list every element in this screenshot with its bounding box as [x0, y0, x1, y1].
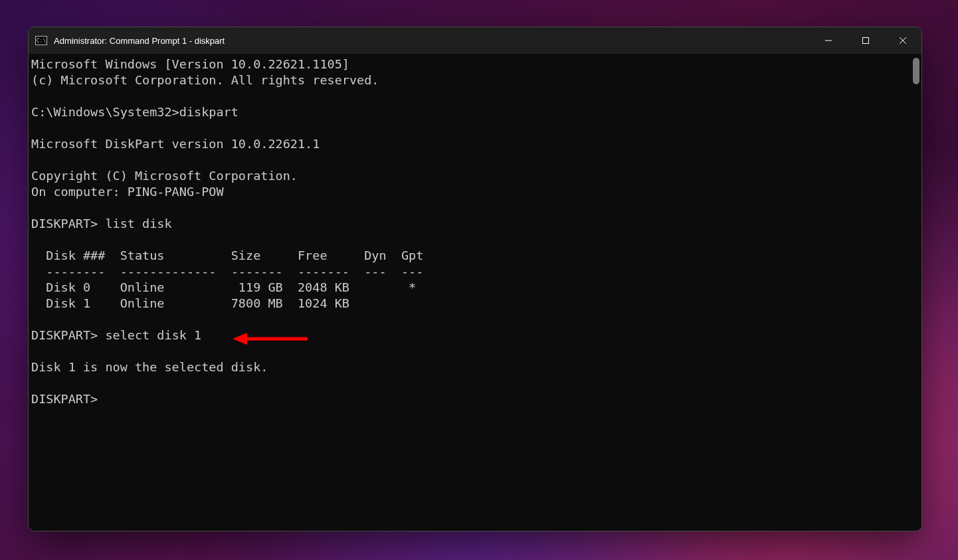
scrollbar-thumb[interactable]	[913, 58, 919, 84]
diskpart-version-line: Microsoft DiskPart version 10.0.22621.1	[31, 137, 320, 151]
disk-table-divider: -------- ------------- ------- ------- -…	[31, 264, 423, 278]
window-controls	[810, 27, 921, 54]
disk-table-row-1: Disk 1 Online 7800 MB 1024 KB	[31, 296, 349, 310]
window-title: Administrator: Command Prompt 1 - diskpa…	[54, 36, 810, 46]
cmd-icon: C:\	[35, 36, 47, 45]
command-list-disk: list disk	[105, 217, 171, 231]
maximize-button[interactable]	[847, 27, 884, 54]
titlebar[interactable]: C:\ Administrator: Command Prompt 1 - di…	[29, 27, 921, 54]
terminal-output[interactable]: Microsoft Windows [Version 10.0.22621.11…	[29, 54, 921, 531]
svg-rect-1	[863, 38, 869, 44]
svg-marker-5	[233, 333, 247, 345]
select-result-line: Disk 1 is now the selected disk.	[31, 360, 268, 374]
computer-name-line: On computer: PING-PANG-POW	[31, 185, 224, 199]
disk-table-row-0: Disk 0 Online 119 GB 2048 KB *	[31, 280, 416, 294]
command-diskpart: diskpart	[179, 105, 239, 119]
os-copyright-line: (c) Microsoft Corporation. All rights re…	[31, 73, 379, 87]
disk-table-header: Disk ### Status Size Free Dyn Gpt	[31, 248, 423, 262]
minimize-button[interactable]	[810, 27, 847, 54]
diskpart-prompt: DISKPART>	[31, 392, 98, 406]
annotation-arrow-icon	[231, 330, 311, 347]
shell-prompt: C:\Windows\System32>	[31, 105, 179, 119]
diskpart-prompt: DISKPART>	[31, 217, 98, 231]
command-prompt-window: C:\ Administrator: Command Prompt 1 - di…	[28, 27, 922, 531]
command-select-disk: select disk 1	[105, 328, 201, 342]
diskpart-copyright-line: Copyright (C) Microsoft Corporation.	[31, 169, 298, 183]
diskpart-prompt: DISKPART>	[31, 328, 98, 342]
os-version-line: Microsoft Windows [Version 10.0.22621.11…	[31, 57, 349, 71]
close-button[interactable]	[884, 27, 921, 54]
